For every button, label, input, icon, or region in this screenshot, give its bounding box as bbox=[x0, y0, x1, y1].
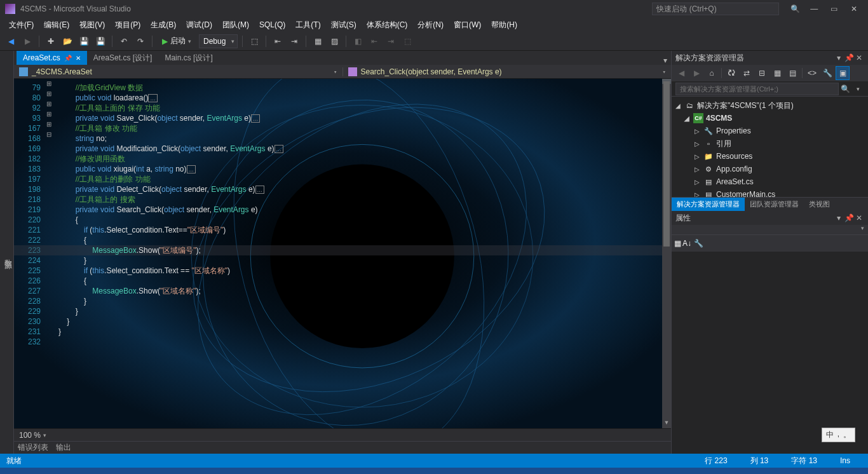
config-dropdown[interactable]: Debug bbox=[199, 34, 238, 48]
nav-type-dropdown[interactable]: _4SCMS.AreaSet bbox=[14, 67, 342, 76]
expand-icon[interactable]: ◢ bbox=[683, 115, 691, 122]
close-tab-icon[interactable]: ✕ bbox=[76, 55, 81, 62]
panel-close-icon[interactable]: ✕ bbox=[854, 213, 864, 222]
menu-item[interactable]: 团队(M) bbox=[217, 18, 254, 32]
panel-menu-icon[interactable]: ▾ bbox=[834, 213, 844, 222]
menu-item[interactable]: 测试(S) bbox=[326, 18, 362, 32]
solution-tree[interactable]: ◢ 🗂 解决方案"4SCMS"(1 个项目) ◢ C# 4SCMS ▷🔧Prop… bbox=[672, 97, 868, 197]
outline-toggle[interactable]: ⊞ bbox=[44, 99, 53, 109]
se-preview-button[interactable]: 🔧 bbox=[820, 66, 834, 80]
tool-btn-3[interactable]: ⇤ bbox=[367, 34, 381, 48]
prop-cat-button[interactable]: ▦ bbox=[674, 239, 681, 248]
se-refresh-button[interactable]: 🗘 bbox=[724, 66, 738, 80]
menu-item[interactable]: 项目(P) bbox=[110, 18, 146, 32]
start-debug-button[interactable]: ▶ 启动 ▾ bbox=[157, 34, 196, 48]
output-tab[interactable]: 错误列表 bbox=[18, 442, 48, 453]
tree-item[interactable]: ▷📁Resources bbox=[672, 150, 868, 163]
scroll-thumb[interactable] bbox=[663, 81, 670, 247]
se-home-button[interactable]: ⌂ bbox=[705, 66, 719, 80]
vertical-scrollbar[interactable]: ▲ ▼ bbox=[662, 79, 671, 428]
menu-item[interactable]: 视图(V) bbox=[74, 18, 110, 32]
expand-icon[interactable]: ▷ bbox=[693, 140, 701, 147]
se-showall-button[interactable]: ▦ bbox=[770, 66, 784, 80]
doc-tab[interactable]: AreaSet.cs📌✕ bbox=[17, 51, 87, 65]
project-node[interactable]: ◢ C# 4SCMS bbox=[672, 112, 868, 125]
prop-pages-button[interactable]: 🔧 bbox=[694, 239, 703, 248]
menu-item[interactable]: 编辑(E) bbox=[39, 18, 74, 32]
open-file-button[interactable]: 📂 bbox=[60, 34, 74, 48]
panel-pin-icon[interactable]: 📌 bbox=[844, 53, 854, 62]
expand-icon[interactable]: ▷ bbox=[693, 191, 701, 198]
outline-toggle[interactable]: ⊞ bbox=[44, 79, 53, 89]
tool-btn-1[interactable]: ⬚ bbox=[247, 34, 261, 48]
outline-toggle[interactable]: ⊞ bbox=[44, 109, 53, 119]
pin-icon[interactable]: 📌 bbox=[64, 55, 72, 62]
prop-az-button[interactable]: A↓ bbox=[682, 239, 691, 248]
nav-fwd-button[interactable]: ▶ bbox=[20, 34, 34, 48]
properties-grid[interactable] bbox=[672, 252, 868, 454]
menu-item[interactable]: 分析(N) bbox=[412, 18, 449, 32]
code-text[interactable]: //加载GridView 数据 public void loadarea()..… bbox=[53, 79, 671, 428]
os-taskbar[interactable] bbox=[0, 468, 868, 474]
expand-icon[interactable]: ▷ bbox=[693, 179, 701, 186]
se-back-button[interactable]: ◀ bbox=[674, 66, 688, 80]
tree-item[interactable]: ▷▫引用 bbox=[672, 137, 868, 150]
tool-btn-4[interactable]: ⇥ bbox=[384, 34, 398, 48]
solution-node[interactable]: ◢ 🗂 解决方案"4SCMS"(1 个项目) bbox=[672, 99, 868, 112]
new-project-button[interactable]: ✚ bbox=[44, 34, 58, 48]
menu-item[interactable]: 文件(F) bbox=[4, 18, 39, 32]
properties-dropdown[interactable]: ▾ bbox=[672, 225, 868, 235]
panel-pin-icon[interactable]: 📌 bbox=[844, 213, 854, 222]
uncomment-button[interactable]: ▨ bbox=[327, 34, 341, 48]
comment-button[interactable]: ▦ bbox=[311, 34, 325, 48]
tree-item[interactable]: ▷▤CustomerMain.cs bbox=[672, 188, 868, 197]
expand-icon[interactable]: ▷ bbox=[693, 166, 701, 173]
indent-inc-button[interactable]: ⇥ bbox=[287, 34, 301, 48]
menu-item[interactable]: 体系结构(C) bbox=[362, 18, 413, 32]
expand-icon[interactable]: ◢ bbox=[674, 102, 682, 109]
scroll-down-icon[interactable]: ▼ bbox=[662, 419, 671, 428]
outline-toggle[interactable]: ⊞ bbox=[44, 89, 53, 99]
output-tab[interactable]: 输出 bbox=[56, 442, 71, 453]
minimize-button[interactable]: — bbox=[805, 4, 823, 13]
se-preview-toggle[interactable]: ▣ bbox=[836, 66, 850, 80]
menu-item[interactable]: SQL(Q) bbox=[254, 19, 290, 30]
nav-member-dropdown[interactable]: Search_Click(object sender, EventArgs e) bbox=[342, 67, 672, 76]
save-button[interactable]: 💾 bbox=[77, 34, 91, 48]
menu-item[interactable]: 工具(T) bbox=[290, 18, 325, 32]
maximize-button[interactable]: ▭ bbox=[825, 4, 843, 13]
tree-item[interactable]: ▷▤AreaSet.cs bbox=[672, 175, 868, 188]
close-button[interactable]: ✕ bbox=[845, 4, 863, 13]
menu-item[interactable]: 调试(D) bbox=[181, 18, 217, 32]
search-dd-icon[interactable]: ▾ bbox=[851, 86, 864, 92]
menu-item[interactable]: 生成(B) bbox=[146, 18, 181, 32]
doc-tab[interactable]: AreaSet.cs [设计] bbox=[87, 51, 159, 65]
save-all-button[interactable]: 💾 bbox=[93, 34, 107, 48]
panel-tab[interactable]: 解决方案资源管理器 bbox=[672, 198, 745, 212]
outline-toggle[interactable]: ⊞ bbox=[44, 119, 53, 130]
rail-tab[interactable]: 数据源 bbox=[3, 253, 13, 257]
panel-close-icon[interactable]: ✕ bbox=[854, 53, 864, 62]
expand-icon[interactable]: ▷ bbox=[693, 128, 701, 135]
search-icon[interactable]: 🔍 bbox=[790, 4, 800, 13]
se-search-input[interactable] bbox=[675, 83, 839, 95]
code-editor[interactable]: 7980929316716816918218319719821821922022… bbox=[14, 79, 671, 428]
menu-item[interactable]: 帮助(H) bbox=[486, 18, 522, 32]
tree-item[interactable]: ▷🔧Properties bbox=[672, 125, 868, 137]
zoom-dropdown[interactable]: 100 % bbox=[19, 431, 46, 440]
ime-indicator[interactable]: 中 , 。 bbox=[822, 428, 855, 442]
redo-button[interactable]: ↷ bbox=[133, 34, 147, 48]
panel-tab[interactable]: 团队资源管理器 bbox=[745, 198, 804, 212]
se-properties-button[interactable]: ▤ bbox=[785, 66, 799, 80]
se-sync-button[interactable]: ⇄ bbox=[740, 66, 754, 80]
panel-tab[interactable]: 类视图 bbox=[804, 198, 835, 212]
indent-dec-button[interactable]: ⇤ bbox=[271, 34, 285, 48]
se-collapse-button[interactable]: ⊟ bbox=[755, 66, 769, 80]
tool-btn-2[interactable]: ◧ bbox=[351, 34, 365, 48]
menu-item[interactable]: 窗口(W) bbox=[449, 18, 486, 32]
expand-icon[interactable]: ▷ bbox=[693, 153, 701, 160]
tool-btn-5[interactable]: ⬚ bbox=[400, 34, 414, 48]
se-viewcode-button[interactable]: <> bbox=[805, 66, 819, 80]
tree-item[interactable]: ▷⚙App.config bbox=[672, 163, 868, 175]
doc-tab[interactable]: Main.cs [设计] bbox=[158, 51, 219, 65]
